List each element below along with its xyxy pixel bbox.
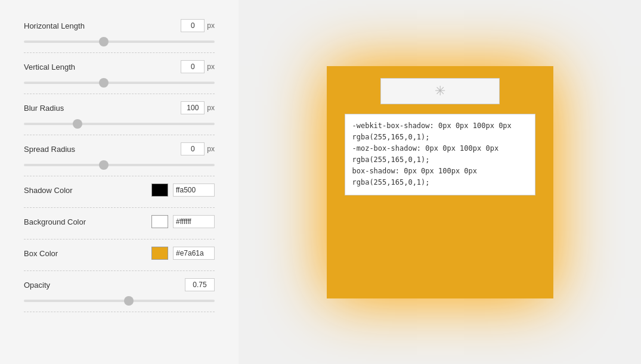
vertical-length-header: Vertical Length px [24,60,215,73]
horizontal-length-input[interactable] [181,19,205,32]
horizontal-length-input-group: px [181,19,215,32]
horizontal-length-group: Horizontal Length px [24,12,215,53]
background-color-input[interactable] [173,215,215,228]
spread-radius-input[interactable] [181,142,205,155]
vertical-length-unit: px [207,63,215,71]
horizontal-length-label: Horizontal Length [24,21,85,30]
box-preview: ✳ -webkit-box-shadow: 0px 0px 100px 0px … [327,66,553,298]
horizontal-length-slider[interactable] [24,37,215,46]
shadow-color-input[interactable] [173,183,215,197]
blur-radius-label: Blur Radius [24,104,64,113]
opacity-header: Opacity [24,278,215,291]
box-color-header: Box Color [24,247,215,260]
vertical-length-input-group: px [181,60,215,73]
blur-radius-track [24,123,215,125]
blur-radius-thumb[interactable] [73,119,82,129]
preview-panel: ✳ -webkit-box-shadow: 0px 0px 100px 0px … [239,0,641,364]
vertical-length-input[interactable] [181,60,205,73]
spread-radius-unit: px [207,145,215,153]
spread-radius-header: Spread Radius px [24,142,215,155]
puzzle-bar: ✳ [380,78,500,104]
opacity-track [24,300,215,302]
background-color-group: Background Color [24,208,215,239]
background-color-label: Background Color [24,217,86,226]
opacity-group: Opacity [24,271,215,312]
spread-radius-label: Spread Radius [24,145,75,154]
shadow-color-header: Shadow Color [24,183,215,197]
blur-radius-unit: px [207,104,215,112]
vertical-length-track [24,82,215,84]
horizontal-length-header: Horizontal Length px [24,19,215,32]
background-color-header: Background Color [24,215,215,228]
vertical-length-thumb[interactable] [99,78,109,88]
spread-radius-input-group: px [181,142,215,155]
opacity-slider[interactable] [24,296,215,306]
opacity-label: Opacity [24,281,50,290]
shadow-color-swatch[interactable] [151,183,168,197]
css-code-text: -webkit-box-shadow: 0px 0px 100px 0px rg… [352,122,512,187]
horizontal-length-thumb[interactable] [99,37,109,46]
horizontal-length-unit: px [207,21,215,30]
blur-radius-header: Blur Radius px [24,101,215,114]
opacity-input[interactable] [185,278,215,291]
spread-radius-thumb[interactable] [99,160,109,170]
box-color-input[interactable] [173,247,215,260]
box-color-label: Box Color [24,249,58,258]
box-color-inputs [151,247,215,260]
vertical-length-slider[interactable] [24,78,215,88]
horizontal-length-track [24,41,215,43]
blur-radius-input-group: px [181,101,215,114]
blur-radius-group: Blur Radius px [24,94,215,135]
box-color-group: Box Color [24,239,215,271]
opacity-thumb[interactable] [124,296,134,306]
shadow-color-inputs [151,183,215,197]
spread-radius-track [24,164,215,166]
spread-radius-slider[interactable] [24,160,215,170]
background-color-swatch[interactable] [151,215,168,228]
shadow-color-group: Shadow Color [24,176,215,208]
css-code-box[interactable]: -webkit-box-shadow: 0px 0px 100px 0px rg… [345,114,535,195]
opacity-input-group [185,278,215,291]
vertical-length-group: Vertical Length px [24,53,215,94]
blur-radius-input[interactable] [181,101,205,114]
controls-panel: Horizontal Length px Vertical Length px [0,0,239,364]
box-color-swatch[interactable] [151,247,168,260]
vertical-length-label: Vertical Length [24,63,75,71]
blur-radius-slider[interactable] [24,119,215,129]
shadow-color-label: Shadow Color [24,186,73,195]
puzzle-icon: ✳ [435,83,445,99]
spread-radius-group: Spread Radius px [24,135,215,176]
background-color-inputs [151,215,215,228]
